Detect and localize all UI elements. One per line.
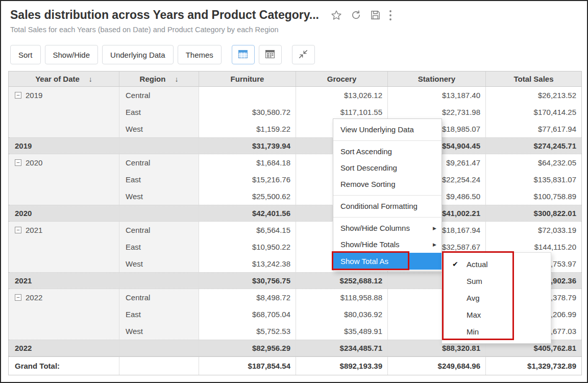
themes-button[interactable]: Themes	[178, 45, 222, 64]
menu-item-sort-descending[interactable]: Sort Descending	[333, 160, 442, 176]
furniture-cell[interactable]: $82,956.29	[199, 340, 296, 356]
year-cell[interactable]	[9, 238, 119, 255]
show-hide-button[interactable]: Show/Hide	[45, 45, 99, 64]
year-cell[interactable]	[9, 255, 119, 272]
refresh-icon[interactable]	[350, 9, 362, 21]
year-cell[interactable]: 2022	[9, 340, 119, 356]
region-cell[interactable]: Central	[119, 222, 199, 238]
collapse-minus-icon[interactable]	[15, 227, 21, 233]
grocery-cell[interactable]: $892,193.39	[296, 357, 388, 375]
total-sales-cell[interactable]: $300,822.01	[486, 205, 581, 221]
region-cell[interactable]: East	[119, 306, 199, 323]
region-cell[interactable]	[119, 340, 199, 356]
grocery-cell[interactable]: $234,485.71	[296, 340, 388, 356]
column-header-total-sales[interactable]: Total Sales	[486, 71, 581, 86]
furniture-cell[interactable]: $68,705.04	[199, 306, 296, 323]
save-icon[interactable]	[370, 9, 381, 21]
year-cell[interactable]: 2022	[9, 289, 119, 306]
menu-item-conditional-formatting[interactable]: Conditional Formatting	[333, 198, 442, 214]
year-cell[interactable]: 2021	[9, 222, 119, 238]
furniture-cell[interactable]: $15,216.76	[199, 171, 296, 188]
region-cell[interactable]	[119, 357, 199, 375]
furniture-cell[interactable]: $10,950.22	[199, 238, 296, 255]
column-header-stationery[interactable]: Stationery	[388, 71, 486, 86]
total-sales-cell[interactable]: $100,758.89	[486, 188, 581, 205]
stationery-cell[interactable]: $13,187.40	[388, 87, 486, 104]
menu-item-sort-ascending[interactable]: Sort Ascending	[333, 143, 442, 160]
region-cell[interactable]	[119, 273, 199, 289]
furniture-cell[interactable]: $1,159.22	[199, 121, 296, 137]
menu-item-view-underlying-data[interactable]: View Underlying Data	[333, 122, 442, 138]
submenu-item-sum[interactable]: Sum	[442, 273, 551, 290]
year-cell[interactable]	[9, 188, 119, 205]
total-sales-cell[interactable]: $170,414.25	[486, 104, 581, 121]
total-sales-cell[interactable]: $64,232.05	[486, 154, 581, 171]
underlying-data-button[interactable]: Underlying Data	[102, 45, 174, 64]
column-header-furniture[interactable]: Furniture	[199, 71, 296, 86]
menu-item-remove-sorting[interactable]: Remove Sorting	[333, 176, 442, 193]
furniture-cell[interactable]: $5,752.53	[199, 323, 296, 340]
year-cell[interactable]: 2019	[9, 138, 119, 154]
collapse-minus-icon[interactable]	[15, 294, 21, 301]
grocery-cell[interactable]: $13,026.12	[296, 87, 388, 104]
year-cell[interactable]: Grand Total:	[9, 357, 119, 375]
furniture-cell[interactable]: $42,401.56	[199, 205, 296, 221]
column-header-region[interactable]: Region ↓	[119, 71, 199, 86]
region-cell[interactable]: Central	[119, 289, 199, 306]
region-cell[interactable]: West	[119, 188, 199, 205]
favorite-star-icon[interactable]	[330, 9, 342, 21]
furniture-cell[interactable]: $30,580.72	[199, 104, 296, 121]
furniture-cell[interactable]	[199, 87, 296, 104]
stationery-cell[interactable]: $249,684.96	[388, 357, 486, 375]
region-cell[interactable]: East	[119, 238, 199, 255]
year-cell[interactable]	[9, 171, 119, 188]
total-sales-cell[interactable]: $72,033.19	[486, 222, 581, 238]
furniture-cell[interactable]: $6,564.15	[199, 222, 296, 238]
region-cell[interactable]	[119, 205, 199, 221]
region-cell[interactable]: Central	[119, 154, 199, 171]
region-cell[interactable]: West	[119, 121, 199, 137]
grocery-cell[interactable]: $252,688.12	[296, 273, 388, 289]
furniture-cell[interactable]: $8,498.72	[199, 289, 296, 306]
furniture-cell[interactable]: $25,500.62	[199, 188, 296, 205]
column-header-year[interactable]: Year of Date ↓	[9, 71, 119, 86]
year-cell[interactable]	[9, 323, 119, 340]
total-sales-cell[interactable]: $274,245.71	[486, 138, 581, 154]
furniture-cell[interactable]: $30,756.75	[199, 273, 296, 289]
column-header-grocery[interactable]: Grocery	[296, 71, 388, 86]
submenu-item-actual[interactable]: ✔ Actual	[442, 256, 551, 273]
region-cell[interactable]	[119, 138, 199, 154]
year-cell[interactable]: 2020	[9, 205, 119, 221]
menu-item-show-total-as[interactable]: Show Total As	[333, 253, 442, 270]
collapse-minus-icon[interactable]	[15, 92, 21, 99]
grocery-cell[interactable]: $35,489.91	[296, 323, 388, 340]
year-cell[interactable]	[9, 104, 119, 121]
table-view-button[interactable]	[232, 45, 255, 64]
year-cell[interactable]: 2021	[9, 273, 119, 289]
more-options-kebab-icon[interactable]	[389, 10, 392, 21]
total-sales-cell[interactable]: $26,213.52	[486, 87, 581, 104]
region-cell[interactable]: West	[119, 255, 199, 272]
submenu-item-max[interactable]: Max	[442, 306, 551, 323]
menu-item-show-hide-columns[interactable]: Show/Hide Columns ▶	[333, 220, 442, 236]
year-cell[interactable]	[9, 306, 119, 323]
total-sales-cell[interactable]: $77,617.94	[486, 121, 581, 137]
submenu-item-min[interactable]: Min	[442, 323, 551, 340]
sort-button[interactable]: Sort	[10, 45, 41, 64]
region-cell[interactable]: Central	[119, 87, 199, 104]
submenu-item-avg[interactable]: Avg	[442, 290, 551, 306]
furniture-cell[interactable]: $13,242.38	[199, 255, 296, 272]
pivot-view-button[interactable]	[259, 45, 282, 64]
year-cell[interactable]	[9, 121, 119, 137]
furniture-cell[interactable]: $187,854.54	[199, 357, 296, 375]
region-cell[interactable]: East	[119, 171, 199, 188]
collapse-button[interactable]	[292, 45, 315, 64]
region-cell[interactable]: West	[119, 323, 199, 340]
menu-item-show-hide-totals[interactable]: Show/Hide Totals ▶	[333, 236, 442, 253]
year-cell[interactable]: 2019	[9, 87, 119, 104]
year-cell[interactable]: 2020	[9, 154, 119, 171]
total-sales-cell[interactable]: $1,329,732.89	[486, 357, 581, 375]
grocery-cell[interactable]: $118,958.88	[296, 289, 388, 306]
furniture-cell[interactable]: $31,739.94	[199, 138, 296, 154]
region-cell[interactable]: East	[119, 104, 199, 121]
